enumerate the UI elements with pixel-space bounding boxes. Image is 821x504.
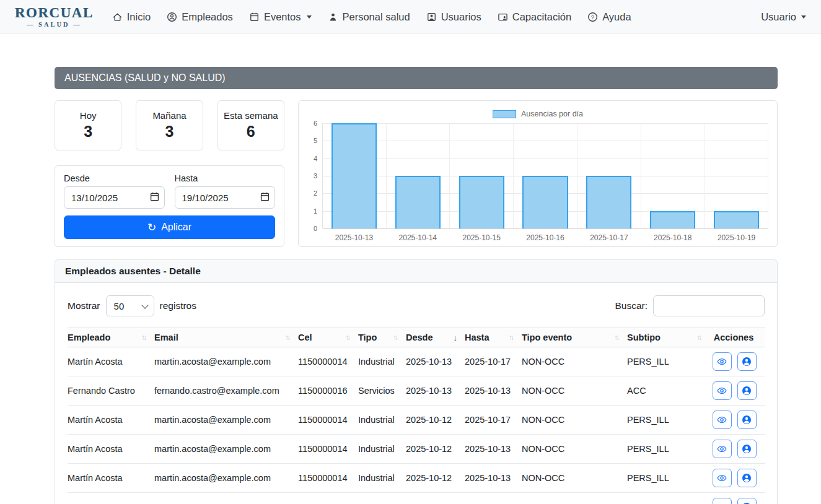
column-label: Acciones [714,332,753,342]
chart-category-slot [641,123,705,228]
column-header-email[interactable]: Email↑↓ [154,328,298,347]
chart-category-slot [387,123,450,228]
nav-item-inicio[interactable]: Inicio [112,11,151,23]
view-absence-button[interactable] [713,498,732,504]
cell-desde: 2025-10-13 [406,376,465,406]
records-label: registros [160,300,196,311]
bar[interactable] [522,176,568,228]
nav-item-label: Inicio [127,11,151,23]
apply-button-label: Aplicar [161,222,191,233]
column-header-tipo-evento[interactable]: Tipo evento↑↓ [522,328,627,347]
nav-item-eventos[interactable]: Eventos [249,11,312,23]
view-absence-button[interactable] [713,411,732,429]
cell-tipo: Industrial [358,464,406,493]
chart-category-slot [450,123,514,228]
chevron-down-icon [307,15,312,19]
nav-item-usuarios[interactable]: Usuarios [426,11,481,23]
employee-profile-button[interactable] [737,440,757,458]
cell-hasta: 2025-10-17 [465,347,522,376]
view-absence-button[interactable] [713,469,732,487]
column-header-empleado[interactable]: Empleado↑↓ [68,328,154,347]
column-header-hasta[interactable]: Hasta↑↓ [465,328,522,347]
question-circle-icon: ? [587,12,598,22]
bar[interactable] [395,176,441,228]
column-label: Subtipo [627,332,661,342]
cell-tipo-evento: NON-OCC [522,376,627,406]
display-person-icon [498,12,508,22]
employee-profile-button[interactable] [737,411,757,429]
cell-cel [298,493,358,504]
cell-tipo-evento [522,493,627,504]
table-row [68,493,765,504]
column-header-desde[interactable]: Desde↓ [406,328,465,347]
sort-icon: ↑↓ [345,333,351,342]
column-header-tipo[interactable]: Tipo↑↓ [358,328,406,347]
column-label: Desde [406,332,433,342]
person-badge-icon [328,12,338,22]
eye-icon [717,473,727,483]
column-header-cel[interactable]: Cel↑↓ [298,328,358,347]
page-size-select[interactable]: 50 [106,295,154,316]
view-absence-button[interactable] [713,440,732,458]
date-filter-card: Desde Hasta [55,165,284,247]
legend-label: Ausencias por día [521,110,583,118]
eye-icon [717,444,727,454]
view-absence-button[interactable] [713,381,732,400]
nav-item-ayuda[interactable]: ?Ayuda [587,11,631,23]
chart-legend[interactable]: Ausencias por día [307,107,768,121]
brand-logo[interactable]: RORCUAL — SALUD — [15,6,94,27]
employee-profile-button[interactable] [737,469,757,487]
person-circle-fill-icon [742,473,752,483]
x-axis-label: 2025-10-13 [322,233,386,242]
y-axis-tick: 5 [314,137,317,144]
person-square-icon [426,12,437,22]
sort-icon: ↑↓ [509,333,514,342]
nav-item-empleados[interactable]: Empleados [167,11,233,23]
to-date-label: Hasta [175,173,276,183]
stat-card-hoy: Hoy 3 [55,100,121,150]
calendar-icon[interactable] [150,192,159,201]
gridline [323,228,768,229]
bar[interactable] [331,123,377,228]
calendar-icon[interactable] [260,192,270,201]
nav-item-label: Personal salud [343,11,410,23]
nav-item-personal-salud[interactable]: Personal salud [328,11,410,23]
apply-button[interactable]: ↻ Aplicar [64,215,275,239]
column-header-subtipo[interactable]: Subtipo↑↓ [627,328,709,347]
cell-cel: 1150000014 [298,406,358,435]
column-label: Empleado [68,332,110,342]
employee-profile-button[interactable] [737,381,757,400]
bar[interactable] [650,211,695,228]
cell-email: fernando.castro@example.com [154,376,298,406]
sort-icon: ↑↓ [285,333,291,342]
nav-items: InicioEmpleadosEventosPersonal saludUsua… [112,11,631,23]
legend-swatch-icon [493,110,516,118]
bar[interactable] [714,211,759,228]
cell-tipo: Servicios [358,376,406,406]
search-input[interactable] [653,295,765,316]
bar[interactable] [586,176,631,228]
column-label: Email [154,332,178,342]
cell-cel: 1150000014 [298,347,358,376]
panel-title: Empleados ausentes - Detalle [55,260,777,283]
cell-empleado: Martín Acosta [68,347,154,376]
view-absence-button[interactable] [713,352,732,371]
person-circle-fill-icon [742,415,752,425]
bar[interactable] [459,176,504,228]
x-axis-label: 2025-10-19 [705,233,768,242]
employee-profile-button[interactable] [737,498,757,504]
svg-text:?: ? [591,13,594,20]
sort-desc-icon: ↓ [454,333,458,342]
from-date-label: Desde [64,173,165,183]
absences-table: Empleado↑↓ Email↑↓ Cel↑↓ Tipo↑↓ Desde↓ H… [68,328,765,504]
employee-profile-button[interactable] [737,352,757,371]
cell-subtipo: PERS_ILL [627,406,709,435]
cell-cel: 1150000014 [298,435,358,464]
cell-hasta: 2025-10-17 [465,406,522,435]
y-axis-tick: 6 [314,119,317,127]
cell-tipo-evento: NON-OCC [522,347,627,376]
user-menu[interactable]: Usuario [761,11,806,23]
nav-item-capacitación[interactable]: Capacitación [498,11,571,23]
eye-icon [717,386,727,396]
y-axis-tick: 3 [314,172,317,180]
